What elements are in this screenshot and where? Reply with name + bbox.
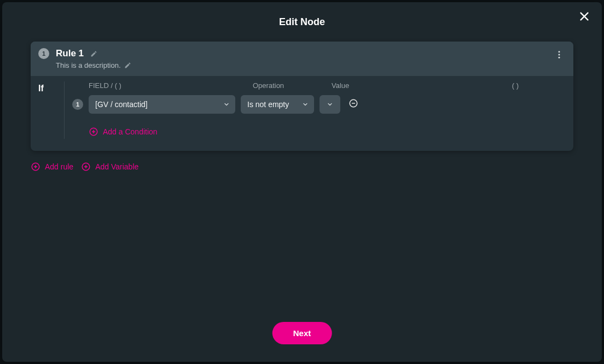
rule-description-row: This is a description. [56,61,562,69]
add-variable-label: Add Variable [95,162,138,171]
plus-circle-icon [31,162,40,172]
modal-title: Edit Node [279,16,325,28]
condition-row: 1 [GV / contactid] Is not empty [89,95,562,114]
edit-description-icon[interactable] [124,62,131,69]
condition-labels: FIELD / ( ) Operation Value ( ) [89,81,562,90]
rule-body: If FIELD / ( ) Operation Value ( ) 1 [GV… [31,76,573,151]
chevron-down-icon [327,101,333,108]
edit-title-icon[interactable] [90,50,97,57]
svg-point-4 [559,57,560,58]
value-select[interactable] [320,95,340,114]
plus-circle-icon [89,127,98,137]
operation-select[interactable]: Is not empty [241,95,314,114]
modal-header: Edit Node [2,2,602,42]
minus-circle-icon [349,98,358,110]
add-condition-label: Add a Condition [103,127,158,136]
add-condition-button[interactable]: Add a Condition [89,127,158,137]
rule-header: 1 Rule 1 This is a description. [31,42,573,76]
svg-point-3 [559,54,560,56]
modal-content: 1 Rule 1 This is a description. [2,42,602,172]
field-select-value: [GV / contactid] [95,100,148,109]
close-icon [578,10,590,25]
kebab-icon [554,50,564,62]
rule-card: 1 Rule 1 This is a description. [31,42,573,151]
next-button[interactable]: Next [272,322,332,344]
rule-title: Rule 1 [56,48,84,59]
chevron-down-icon [302,101,309,108]
field-select[interactable]: [GV / contactid] [89,95,235,114]
rule-menu-button[interactable] [553,49,566,62]
if-label: If [36,81,65,139]
condition-index-badge: 1 [72,99,83,110]
remove-condition-button[interactable] [348,99,359,110]
rule-index-badge: 1 [38,48,49,59]
operation-select-value: Is not empty [247,100,289,109]
rule-title-row: 1 Rule 1 [38,48,562,59]
conditions-column: FIELD / ( ) Operation Value ( ) 1 [GV / … [65,81,562,139]
close-button[interactable] [577,10,592,25]
chevron-down-icon [223,101,230,108]
add-rule-label: Add rule [45,162,73,171]
label-value: Value [332,81,504,90]
add-variable-button[interactable]: Add Variable [81,162,138,172]
label-field: FIELD / ( ) [89,81,253,90]
label-paren: ( ) [504,81,526,90]
edit-node-modal: Edit Node 1 Rule 1 [2,2,602,362]
plus-circle-icon [81,162,91,172]
svg-point-2 [559,51,560,52]
footer-actions: Add rule Add Variable [31,162,573,172]
label-operation: Operation [253,81,332,90]
add-rule-button[interactable]: Add rule [31,162,73,172]
rule-description: This is a description. [56,61,121,69]
